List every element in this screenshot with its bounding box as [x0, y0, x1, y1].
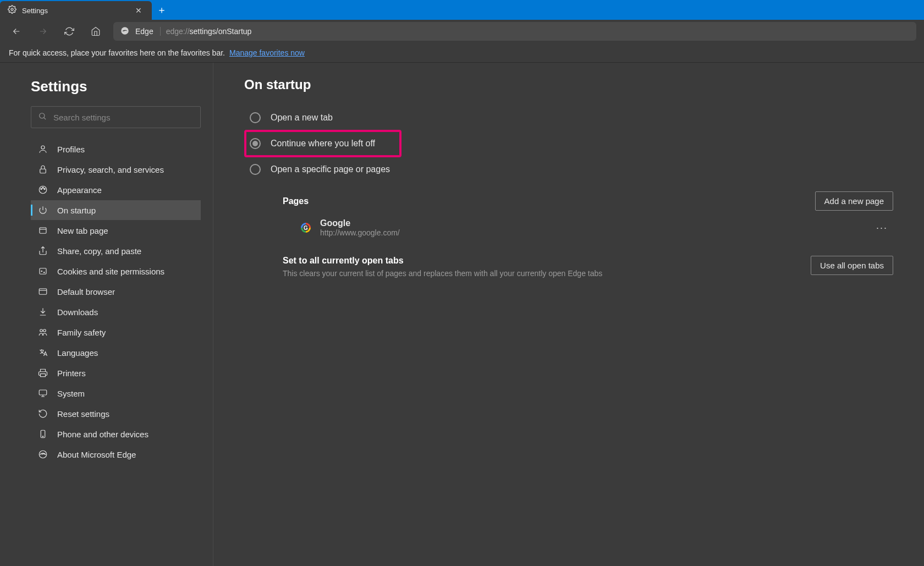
sidebar-item-label: Cookies and site permissions	[57, 267, 164, 276]
sidebar-item-phone[interactable]: Phone and other devices	[31, 424, 201, 444]
svg-point-6	[41, 188, 42, 189]
edge-logo-icon	[120, 26, 130, 37]
sidebar-item-about[interactable]: About Microsoft Edge	[31, 444, 201, 464]
sidebar-item-default-browser[interactable]: Default browser	[31, 282, 201, 301]
sidebar: Settings Profiles Privacy, search, and s…	[0, 63, 213, 566]
content-area: On startup Open a new tab Continue where…	[213, 63, 924, 566]
svg-point-7	[42, 187, 43, 188]
sidebar-item-label: Languages	[57, 348, 98, 358]
search-icon	[38, 112, 47, 123]
refresh-button[interactable]	[61, 23, 78, 40]
radio-continue[interactable]: Continue where you left off	[250, 138, 375, 149]
open-tabs-desc: This clears your current list of pages a…	[283, 269, 602, 278]
highlight-continue-option: Continue where you left off	[244, 130, 402, 157]
sidebar-item-label: Downloads	[57, 307, 98, 317]
google-favicon	[300, 222, 311, 233]
share-icon	[37, 245, 48, 256]
edge-icon	[37, 449, 48, 460]
page-more-icon[interactable]: ···	[871, 219, 893, 237]
sidebar-item-label: Share, copy, and paste	[57, 246, 141, 256]
svg-rect-16	[41, 374, 46, 377]
open-tabs-section: Set to all currently open tabs This clea…	[283, 256, 893, 278]
download-icon	[37, 306, 48, 317]
browser-icon	[37, 286, 48, 297]
forward-button[interactable]	[34, 23, 52, 40]
svg-rect-4	[40, 169, 46, 173]
radio-label: Open a new tab	[271, 113, 333, 123]
language-icon	[37, 347, 48, 358]
paint-icon	[37, 184, 48, 195]
sidebar-item-share[interactable]: Share, copy, and paste	[31, 241, 201, 261]
main: Settings Profiles Privacy, search, and s…	[0, 63, 924, 566]
cookie-icon	[37, 266, 48, 277]
search-input[interactable]	[53, 113, 194, 122]
sidebar-title: Settings	[31, 78, 201, 95]
tab-title: Settings	[22, 7, 128, 15]
page-name: Google	[320, 218, 400, 228]
svg-point-15	[43, 329, 46, 332]
sidebar-item-family[interactable]: Family safety	[31, 322, 201, 342]
sidebar-item-label: Appearance	[57, 185, 102, 195]
svg-rect-9	[40, 228, 46, 234]
sidebar-item-label: Family safety	[57, 328, 106, 337]
home-button[interactable]	[87, 23, 105, 40]
sidebar-item-privacy[interactable]: Privacy, search, and services	[31, 160, 201, 179]
page-entry: Google http://www.google.com/ ···	[283, 211, 893, 245]
sidebar-item-label: System	[57, 389, 85, 398]
sidebar-item-label: Privacy, search, and services	[57, 165, 164, 174]
svg-point-19	[42, 436, 43, 437]
radio-icon[interactable]	[250, 112, 261, 123]
sidebar-item-languages[interactable]: Languages	[31, 343, 201, 362]
add-page-button[interactable]: Add a new page	[815, 191, 893, 211]
svg-rect-13	[39, 289, 47, 295]
url-scheme: edge://	[166, 27, 190, 36]
url-path: settings/onStartup	[190, 27, 252, 36]
back-button[interactable]	[8, 23, 25, 40]
search-settings-box[interactable]	[31, 106, 201, 128]
svg-point-2	[40, 113, 45, 118]
tab-icon	[37, 225, 48, 236]
sidebar-item-appearance[interactable]: Appearance	[31, 180, 201, 200]
svg-rect-17	[39, 390, 47, 395]
svg-point-14	[40, 329, 43, 332]
sidebar-item-cookies[interactable]: Cookies and site permissions	[31, 261, 201, 281]
sidebar-item-startup[interactable]: On startup	[31, 200, 201, 220]
sidebar-item-reset[interactable]: Reset settings	[31, 404, 201, 424]
sidebar-item-label: Profiles	[57, 145, 85, 154]
close-tab-icon[interactable]: ✕	[133, 5, 144, 16]
browser-tab[interactable]: Settings ✕	[0, 1, 152, 20]
page-heading: On startup	[244, 77, 893, 92]
manage-favorites-link[interactable]: Manage favorites now	[229, 48, 305, 57]
use-open-tabs-button[interactable]: Use all open tabs	[811, 256, 893, 275]
toolbar: Edge edge://settings/onStartup	[0, 20, 924, 43]
radio-label: Continue where you left off	[271, 139, 375, 149]
radio-icon[interactable]	[250, 164, 261, 175]
address-bar[interactable]: Edge edge://settings/onStartup	[113, 22, 916, 41]
radio-specific-page[interactable]: Open a specific page or pages	[244, 158, 893, 180]
svg-point-12	[44, 272, 45, 273]
pages-section: Pages Add a new page Google http://www.g…	[283, 191, 893, 278]
pages-label: Pages	[283, 196, 309, 206]
phone-icon	[37, 428, 48, 439]
sidebar-item-system[interactable]: System	[31, 383, 201, 403]
titlebar: Settings ✕ ＋	[0, 0, 924, 20]
radio-label: Open a specific page or pages	[271, 164, 390, 174]
sidebar-item-label: Phone and other devices	[57, 430, 148, 439]
svg-point-1	[121, 27, 129, 35]
radio-open-new-tab[interactable]: Open a new tab	[244, 107, 893, 129]
new-tab-button[interactable]: ＋	[152, 0, 172, 20]
sidebar-item-label: New tab page	[57, 226, 108, 235]
open-tabs-title: Set to all currently open tabs	[283, 256, 602, 266]
power-icon	[37, 205, 48, 216]
sidebar-item-printers[interactable]: Printers	[31, 363, 201, 383]
monitor-icon	[37, 388, 48, 399]
sidebar-item-profiles[interactable]: Profiles	[31, 139, 201, 159]
radio-icon[interactable]	[250, 138, 261, 149]
family-icon	[37, 327, 48, 338]
sidebar-item-newtab[interactable]: New tab page	[31, 221, 201, 240]
address-label: Edge	[135, 27, 161, 36]
sidebar-item-downloads[interactable]: Downloads	[31, 302, 201, 322]
favorites-hint: For quick access, place your favorites h…	[9, 48, 225, 57]
svg-point-0	[11, 8, 13, 10]
profile-icon	[37, 144, 48, 155]
